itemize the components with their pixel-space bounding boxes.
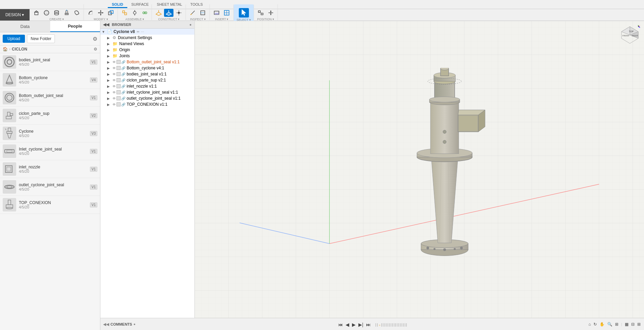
new-folder-button[interactable]: New Folder	[27, 34, 55, 43]
tab-data[interactable]: Data	[0, 21, 50, 32]
tab-sheet-metal[interactable]: SHEET METAL	[153, 1, 186, 8]
create-box-btn[interactable]	[32, 9, 41, 17]
visibility-icon[interactable]: 👁	[112, 72, 116, 76]
inspect-measure-btn[interactable]	[188, 9, 197, 17]
create-extrude-btn[interactable]	[62, 9, 71, 17]
playback-last[interactable]: ⏭	[365, 321, 372, 328]
file-version[interactable]: V2	[90, 113, 97, 118]
assemble-joint-btn[interactable]	[130, 9, 139, 17]
file-version[interactable]: V1	[90, 185, 97, 190]
list-item[interactable]: ciclon_parte_sup 4/5/20 V2	[0, 107, 100, 125]
visibility-icon[interactable]: 👁	[112, 91, 116, 94]
file-version[interactable]: V1	[90, 149, 97, 154]
position-align-btn[interactable]	[256, 9, 265, 17]
create-cylinder-btn[interactable]	[52, 9, 61, 17]
inspect-section-btn[interactable]	[198, 9, 207, 17]
svg-marker-51	[270, 10, 271, 12]
playback-next[interactable]: ▶|	[358, 321, 364, 328]
browser-root[interactable]: ▼ 📄 Cyclone v8 ✏ ⋯	[100, 29, 194, 35]
list-item[interactable]: TOP_CONEXION 4/5/20 V1	[0, 196, 100, 214]
svg-point-84	[426, 246, 429, 249]
file-version[interactable]: V1	[90, 95, 97, 100]
tab-people[interactable]: People	[50, 21, 100, 32]
assemble-component-btn[interactable]	[120, 9, 129, 17]
create-revolve-btn[interactable]	[72, 9, 82, 17]
view-home-btn[interactable]: ⌂	[588, 321, 591, 327]
browser-toggle[interactable]: ◀◀	[103, 22, 109, 27]
comments-toggle[interactable]: ◀◀	[103, 322, 109, 327]
tree-document-settings[interactable]: ▶ ⚙ Document Settings	[100, 35, 194, 41]
create-sphere-btn[interactable]	[42, 9, 51, 17]
playback-prev[interactable]: ◀	[345, 321, 350, 328]
insert-label: INSERT ▾	[215, 18, 228, 21]
construct-point-btn[interactable]	[174, 9, 184, 17]
tree-joints[interactable]: ▶ 📁 Joints	[100, 53, 194, 59]
modify-fillet-btn[interactable]	[86, 9, 95, 17]
list-item[interactable]: bodies_joint_seal 4/5/20 V1	[0, 53, 100, 71]
tree-component-3[interactable]: ▶ 👁 🔗 ciclon_parte_sup v2:1	[100, 77, 194, 83]
link-icon: 🔗	[121, 103, 125, 106]
design-button[interactable]: DESIGN ▾	[0, 9, 30, 21]
file-name: Bottom_cyclone	[19, 75, 87, 80]
file-version[interactable]: V3	[90, 131, 97, 136]
view-grid-btn[interactable]: ⊞	[637, 321, 641, 327]
settings-icon-btn[interactable]: ⚙	[93, 36, 97, 42]
navigation-cube[interactable]: TOP RIGHT FRONT X Y Z	[620, 25, 640, 45]
tab-surface[interactable]: SURFACE	[127, 1, 153, 8]
modify-move-btn[interactable]	[96, 9, 105, 17]
canvas-area[interactable]: TOP RIGHT FRONT X Y Z	[195, 21, 644, 318]
visibility-icon[interactable]: 👁	[112, 60, 116, 64]
home-icon[interactable]: 🏠	[3, 47, 8, 52]
insert-image-btn[interactable]	[212, 9, 221, 17]
edit-icon[interactable]: ✏	[137, 30, 139, 34]
file-version[interactable]: V4	[90, 77, 97, 82]
tab-tools[interactable]: TOOLS	[186, 1, 207, 8]
list-item[interactable]: Inlet_cyclone_joint_seal 4/5/20 V1	[0, 142, 100, 160]
list-item[interactable]: Bottom_cyclone 4/5/20 V4	[0, 71, 100, 89]
options-icon[interactable]: ⋯	[141, 30, 144, 34]
view-pan-btn[interactable]: ✋	[599, 321, 605, 327]
select-btn[interactable]	[239, 8, 249, 18]
tree-component-1[interactable]: ▶ 👁 🔗 Bottom_cyclone v4:1	[100, 65, 194, 71]
tree-origin[interactable]: ▶ 📁 Origin	[100, 47, 194, 53]
tree-named-views[interactable]: ▶ 📁 Named Views	[100, 41, 194, 47]
position-move-btn[interactable]	[266, 9, 276, 17]
construct-plane-btn[interactable]	[154, 9, 163, 17]
tab-solid[interactable]: SOLID	[108, 1, 127, 8]
comments-pin[interactable]: ●	[133, 322, 135, 326]
browser-pin[interactable]: ●	[189, 23, 192, 27]
visibility-icon[interactable]: 👁	[112, 97, 116, 100]
visibility-icon[interactable]: 👁	[112, 78, 116, 82]
tree-component-7[interactable]: ▶ 👁 🔗 TOP_CONEXION v1:1	[100, 101, 194, 107]
timeline[interactable]: | | ⬦ | | | | | | | | | | | | | |	[376, 323, 407, 327]
folder-settings-icon[interactable]: ⚙	[94, 47, 97, 52]
playback-first[interactable]: ⏮	[337, 321, 344, 328]
tree-component-6[interactable]: ▶ 👁 🔗 outlet_cyclone_joint_seal v1:1	[100, 95, 194, 101]
tree-component-5[interactable]: ▶ 👁 🔗 inlet_cyclone_joint_seal v1:1	[100, 89, 194, 95]
view-wireframe-btn[interactable]: ⊟	[631, 321, 635, 327]
playback-play[interactable]: ▶	[351, 321, 356, 328]
file-version[interactable]: V1	[90, 167, 97, 172]
insert-canvas-btn[interactable]	[222, 9, 231, 17]
list-item[interactable]: inlet_nozzle 4/5/20 V1	[0, 160, 100, 178]
visibility-icon[interactable]: 👁	[112, 103, 116, 106]
tree-component-2[interactable]: ▶ 👁 🔗 bodies_joint_seal v1:1	[100, 71, 194, 77]
modify-combine-btn[interactable]	[106, 9, 116, 17]
visibility-icon[interactable]: 👁	[112, 66, 116, 70]
visibility-icon[interactable]: 👁	[112, 85, 116, 88]
view-zoom-btn[interactable]: 🔍	[607, 321, 613, 327]
list-item[interactable]: outlet_cyclone_joint_seal 4/5/20 V1	[0, 178, 100, 196]
file-version[interactable]: V1	[90, 60, 97, 65]
upload-button[interactable]: Upload	[3, 35, 25, 43]
file-version[interactable]: V1	[90, 202, 97, 207]
list-item[interactable]: Bottom_outlet_joint_seal 4/5/20 V1	[0, 89, 100, 107]
tree-component-4[interactable]: ▶ 👁 🔗 inlet_nozzle v1:1	[100, 83, 194, 89]
view-display-btn[interactable]: ▦	[624, 321, 629, 327]
tree-component-0[interactable]: ▶ 👁 🔗 Bottom_outlet_joint_seal v1:1	[100, 59, 194, 65]
breadcrumb-ciclon[interactable]: CICLON	[12, 47, 27, 52]
view-orbit-btn[interactable]: ↻	[593, 321, 598, 327]
view-fit-btn[interactable]: ⊞	[614, 321, 619, 327]
construct-active-btn[interactable]	[164, 9, 173, 17]
assemble-rigid-btn[interactable]	[140, 9, 150, 17]
list-item[interactable]: Cyclone 4/5/20 V3	[0, 125, 100, 142]
